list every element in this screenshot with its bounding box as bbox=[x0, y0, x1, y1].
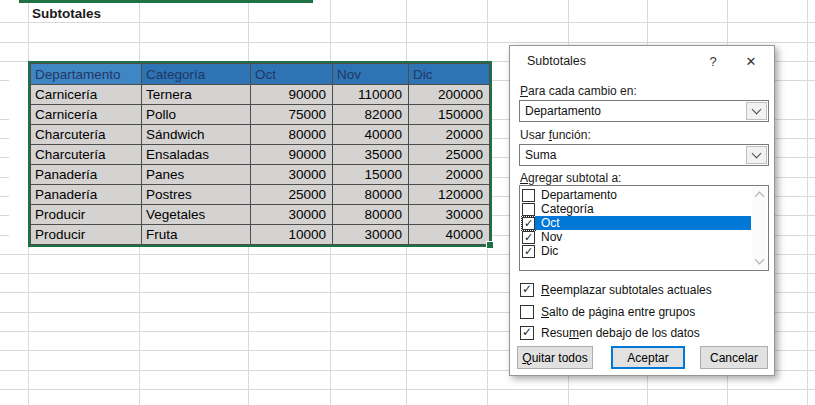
table-cell[interactable]: Producir bbox=[31, 205, 142, 225]
table-cell[interactable]: Panadería bbox=[31, 165, 142, 185]
table-cell[interactable]: Charcutería bbox=[31, 145, 142, 165]
checked-checkbox-icon[interactable]: ✓ bbox=[522, 245, 535, 258]
option-label: Resumen debajo de los datos bbox=[534, 326, 700, 340]
vertical-gridline bbox=[807, 0, 808, 405]
option-row[interactable]: Salto de página entre grupos bbox=[520, 304, 695, 319]
table-cell[interactable]: 40000 bbox=[333, 125, 409, 145]
use-function-label: Usar función: bbox=[520, 128, 591, 142]
option-label: Reemplazar subtotales actuales bbox=[534, 283, 712, 297]
table-cell[interactable]: Carnicería bbox=[31, 105, 142, 125]
table-cell[interactable]: Panadería bbox=[31, 185, 142, 205]
table-row: PanaderíaPostres2500080000120000 bbox=[31, 185, 490, 205]
table-cell[interactable]: Ternera bbox=[142, 85, 251, 105]
listbox-scrollbar[interactable] bbox=[752, 187, 767, 269]
list-item-label: Oct bbox=[535, 216, 751, 230]
checked-checkbox-icon[interactable]: ✓ bbox=[522, 231, 535, 244]
option-row[interactable]: ✓Resumen debajo de los datos bbox=[520, 325, 700, 340]
use-function-value: Suma bbox=[520, 148, 745, 162]
subtotal-list-item[interactable]: Categoría bbox=[522, 202, 751, 216]
table-cell[interactable]: Fruta bbox=[142, 225, 251, 245]
table-cell[interactable]: Carnicería bbox=[31, 85, 142, 105]
column-header[interactable]: Dic bbox=[409, 64, 490, 85]
unchecked-checkbox-icon[interactable] bbox=[520, 305, 534, 319]
table-cell[interactable]: Vegetales bbox=[142, 205, 251, 225]
change-in-combobox[interactable]: Departamento bbox=[519, 100, 769, 122]
subtotal-list-item[interactable]: Departamento bbox=[522, 188, 751, 202]
table-cell[interactable]: 82000 bbox=[333, 105, 409, 125]
add-subtotal-label: Agregar subtotal a: bbox=[520, 171, 621, 185]
option-label: Salto de página entre grupos bbox=[534, 305, 695, 319]
table-cell[interactable]: 80000 bbox=[333, 205, 409, 225]
unchecked-checkbox-icon[interactable] bbox=[522, 189, 535, 202]
scroll-down-icon[interactable] bbox=[755, 255, 765, 265]
remove-all-button[interactable]: Quitar todos bbox=[517, 346, 593, 369]
subtotal-list-item[interactable]: ✓Oct bbox=[522, 216, 751, 230]
column-header[interactable]: Oct bbox=[251, 64, 333, 85]
scroll-up-icon[interactable] bbox=[755, 192, 765, 202]
column-header[interactable]: Departamento bbox=[31, 64, 142, 85]
dialog-title: Subtotales bbox=[527, 54, 698, 68]
accept-button[interactable]: Aceptar bbox=[611, 346, 685, 369]
list-item-label: Departamento bbox=[535, 188, 751, 202]
table-row: ProducirFruta100003000040000 bbox=[31, 225, 490, 245]
table-cell[interactable]: 150000 bbox=[409, 105, 490, 125]
use-function-combobox[interactable]: Suma bbox=[519, 144, 769, 166]
table-cell[interactable]: 110000 bbox=[333, 85, 409, 105]
table-cell[interactable]: 25000 bbox=[409, 145, 490, 165]
selected-range: DepartamentoCategoríaOctNovDic Carnicerí… bbox=[28, 61, 492, 247]
table-cell[interactable]: 200000 bbox=[409, 85, 490, 105]
chevron-down-icon[interactable] bbox=[746, 102, 767, 120]
dialog-titlebar[interactable]: Subtotales ? ✕ bbox=[510, 46, 774, 76]
table-row: PanaderíaPanes300001500020000 bbox=[31, 165, 490, 185]
table-cell[interactable]: 20000 bbox=[409, 165, 490, 185]
subtotal-list-item[interactable]: ✓Dic bbox=[522, 244, 751, 258]
add-subtotal-listbox[interactable]: DepartamentoCategoría✓Oct✓Nov✓Dic bbox=[519, 185, 769, 271]
table-row: CarniceríaTernera90000110000200000 bbox=[31, 85, 490, 105]
checked-checkbox-icon[interactable]: ✓ bbox=[520, 326, 534, 340]
table-cell[interactable]: Sándwich bbox=[142, 125, 251, 145]
fill-handle[interactable] bbox=[486, 241, 494, 249]
table-cell[interactable]: 30000 bbox=[333, 225, 409, 245]
chevron-down-icon[interactable] bbox=[746, 146, 767, 164]
table-cell[interactable]: Panes bbox=[142, 165, 251, 185]
list-item-label: Categoría bbox=[535, 202, 751, 216]
option-row[interactable]: ✓Reemplazar subtotales actuales bbox=[520, 282, 712, 297]
table-cell[interactable]: 20000 bbox=[409, 125, 490, 145]
table-cell[interactable]: 30000 bbox=[251, 205, 333, 225]
help-icon[interactable]: ? bbox=[698, 54, 728, 69]
table-cell[interactable]: 90000 bbox=[251, 85, 333, 105]
table-cell[interactable]: 90000 bbox=[251, 145, 333, 165]
table-cell[interactable]: 80000 bbox=[251, 125, 333, 145]
table-cell[interactable]: Charcutería bbox=[31, 125, 142, 145]
table-row: CarniceríaPollo7500082000150000 bbox=[31, 105, 490, 125]
table-cell[interactable]: 25000 bbox=[251, 185, 333, 205]
subtotal-list-item[interactable]: ✓Nov bbox=[522, 230, 751, 244]
table-cell[interactable]: 15000 bbox=[333, 165, 409, 185]
change-in-value: Departamento bbox=[520, 104, 745, 118]
table-cell[interactable]: 75000 bbox=[251, 105, 333, 125]
table-cell[interactable]: Postres bbox=[142, 185, 251, 205]
table-cell[interactable]: 30000 bbox=[251, 165, 333, 185]
list-item-label: Dic bbox=[535, 244, 751, 258]
cancel-button[interactable]: Cancelar bbox=[700, 346, 768, 369]
table-cell[interactable]: Producir bbox=[31, 225, 142, 245]
table-cell[interactable]: 10000 bbox=[251, 225, 333, 245]
table-cell[interactable]: Pollo bbox=[142, 105, 251, 125]
excel-worksheet: Subtotales DepartamentoCategoríaOctNovDi… bbox=[0, 0, 815, 405]
table-cell[interactable]: 80000 bbox=[333, 185, 409, 205]
list-item-label: Nov bbox=[535, 230, 751, 244]
checked-checkbox-icon[interactable]: ✓ bbox=[522, 217, 535, 230]
unchecked-checkbox-icon[interactable] bbox=[522, 203, 535, 216]
column-header[interactable]: Categoría bbox=[142, 64, 251, 85]
table-cell[interactable]: 40000 bbox=[409, 225, 490, 245]
table-row: CharcuteríaSándwich800004000020000 bbox=[31, 125, 490, 145]
table-cell[interactable]: 30000 bbox=[409, 205, 490, 225]
table-cell[interactable]: 35000 bbox=[333, 145, 409, 165]
sheet-title-cell[interactable]: Subtotales bbox=[32, 6, 101, 21]
column-header[interactable]: Nov bbox=[333, 64, 409, 85]
table-cell[interactable]: 120000 bbox=[409, 185, 490, 205]
table-cell[interactable]: Ensaladas bbox=[142, 145, 251, 165]
checked-checkbox-icon[interactable]: ✓ bbox=[520, 283, 534, 297]
subtotals-dialog: Subtotales ? ✕ Para cada cambio en: Depa… bbox=[509, 45, 775, 376]
close-icon[interactable]: ✕ bbox=[728, 54, 774, 69]
